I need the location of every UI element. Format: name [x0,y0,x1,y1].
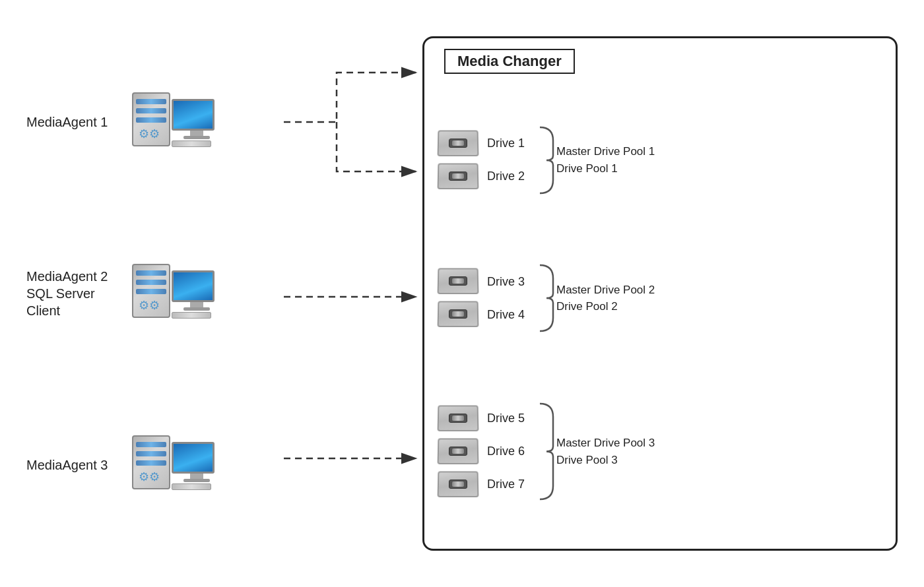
pool3-label: Master Drive Pool 3 Drive Pool 3 [556,435,655,468]
agent-row-3: MediaAgent 3 ⚙⚙ [26,435,277,495]
pool-bracket-2: Master Drive Pool 2 Drive Pool 2 [537,262,655,334]
pool1-label: Master Drive Pool 1 Drive Pool 1 [556,143,655,177]
drive-icon-6 [438,438,480,466]
drive-icon-1 [438,130,480,158]
drive-row-4: Drive 4 [438,301,530,328]
drive-icon-3 [438,268,480,295]
drives-list-2: Drive 3 Drive 4 [438,268,530,328]
drive-icon-5 [438,405,480,433]
pool-bracket-3: Master Drive Pool 3 Drive Pool 3 [537,400,655,503]
drive-group-3: Drive 5 Drive 6 Drive 7 [438,400,889,503]
pool2-label: Master Drive Pool 2 Drive Pool 2 [556,282,655,315]
agents-column: MediaAgent 1 ⚙⚙ MediaAgent 2 SQL Server … [26,36,277,551]
agent-row-1: MediaAgent 1 ⚙⚙ [26,92,277,152]
pool-bracket-1: Master Drive Pool 1 Drive Pool 1 [537,124,655,197]
drive-icon-4 [438,301,480,328]
arrows-area [277,36,422,551]
curly-brace-svg-1 [537,124,556,197]
drive-row-7: Drive 7 [438,471,530,499]
drive1-label: Drive 1 [487,137,530,150]
drive3-label: Drive 3 [487,275,530,289]
drive-row-1: Drive 1 [438,130,530,158]
monitor-icon-1 [172,99,221,145]
monitor-icon-3 [172,442,221,488]
drive6-label: Drive 6 [487,445,530,458]
drives-container: Drive 1 Drive 2 Master Drive Pool 1 Driv… [438,91,889,536]
main-diagram: MediaAgent 1 ⚙⚙ MediaAgent 2 SQL Server … [26,20,898,567]
media-changer-box: Media Changer Drive 1 Drive 2 [422,36,898,551]
drive2-label: Drive 2 [487,170,530,183]
agent1-label: MediaAgent 1 [26,113,132,131]
media-changer-title: Media Changer [444,49,575,74]
curly-brace-svg-2 [537,262,556,334]
arrows-svg [277,36,422,551]
agent-row-2: MediaAgent 2 SQL Server Client ⚙⚙ [26,264,277,323]
drives-list-1: Drive 1 Drive 2 [438,130,530,191]
monitor-icon-2 [172,270,221,317]
drive-row-6: Drive 6 [438,438,530,466]
drive-icon-7 [438,471,480,499]
drive-row-5: Drive 5 [438,405,530,433]
drives-list-3: Drive 5 Drive 6 Drive 7 [438,405,530,499]
drive-icon-2 [438,163,480,191]
drive-row-3: Drive 3 [438,268,530,295]
agent2-label: MediaAgent 2 SQL Server Client [26,268,132,319]
drive5-label: Drive 5 [487,412,530,425]
drive-group-1: Drive 1 Drive 2 Master Drive Pool 1 Driv… [438,124,889,197]
agent3-label: MediaAgent 3 [26,456,132,474]
curly-brace-svg-3 [537,400,556,503]
drive7-label: Drive 7 [487,478,530,491]
drive-group-2: Drive 3 Drive 4 Master Drive Pool 2 Driv… [438,262,889,334]
drive4-label: Drive 4 [487,308,530,322]
drive-row-2: Drive 2 [438,163,530,191]
